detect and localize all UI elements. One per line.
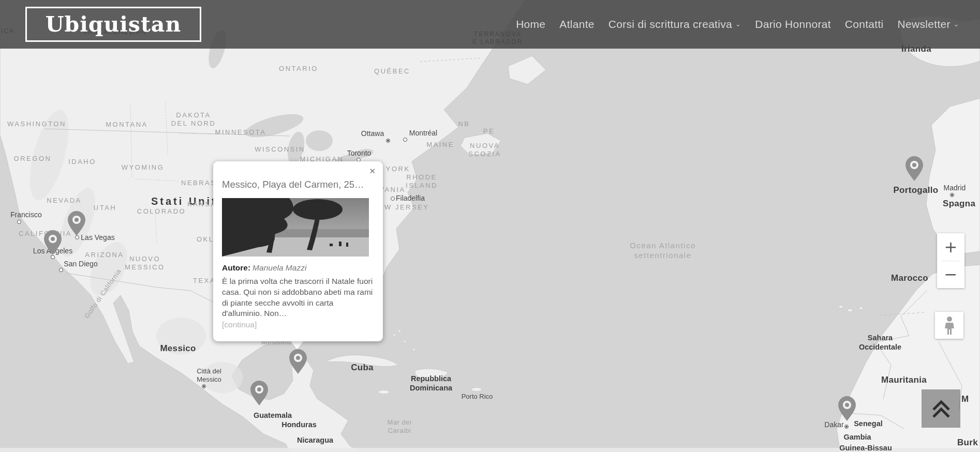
dropdown-caret-icon: ⌄ <box>954 20 959 28</box>
map-marker-portogallo[interactable] <box>903 155 925 183</box>
map-markers-layer <box>0 0 980 452</box>
map-label-qu-bec: QUÉBEC <box>374 67 410 76</box>
city-dot <box>59 268 63 272</box>
map-pin-icon <box>248 380 270 408</box>
map-label-dakota-del-nord: DAKOTA DEL NORD <box>171 111 216 128</box>
map-label-montr-al: Montréal <box>409 129 437 138</box>
map-label-ontario: ONTARIO <box>279 65 318 73</box>
map-label-ottawa: Ottawa <box>361 129 384 139</box>
infowindow-photo[interactable] <box>222 198 369 257</box>
map-label-marocco: Marocco <box>891 273 928 283</box>
map-label-pe: PE <box>483 127 495 135</box>
map-label-colorado: COLORADO <box>137 207 186 216</box>
capital-dot <box>950 193 954 197</box>
map-label-wisconsin: WISCONSIN <box>255 145 305 154</box>
map-label-nicaragua: Nicaragua <box>297 435 333 445</box>
nav-item-label: Dario Honnorat <box>755 18 831 31</box>
nav-item-atlante[interactable]: Atlante <box>559 18 594 31</box>
nav-item-label: Corsi di scrittura creativa <box>608 18 732 31</box>
main-nav: HomeAtlanteCorsi di scrittura creativa⌄D… <box>516 18 959 31</box>
map-marker-las-vegas[interactable] <box>66 210 87 238</box>
chevron-double-up-icon <box>929 398 953 419</box>
map-zoom-control: + − <box>937 233 964 288</box>
zoom-out-button[interactable]: − <box>937 261 964 289</box>
map-label-madrid: Madrid <box>944 184 966 193</box>
nav-item-newsletter[interactable]: Newsletter⌄ <box>898 18 959 31</box>
map-pin-icon <box>42 229 64 257</box>
nav-item-dario-honnorat[interactable]: Dario Honnorat <box>755 18 831 31</box>
city-dot <box>403 138 407 142</box>
capital-dot <box>386 139 390 143</box>
author-label: Autore: <box>222 263 250 272</box>
site-logo[interactable]: Ubiquistan <box>25 7 201 42</box>
map-label-nevada: NEVADA <box>47 197 82 205</box>
map-label-guinea-bissau: Guinea-Bissau <box>839 443 892 452</box>
city-dot <box>17 220 21 224</box>
map-label-arizona: ARIZONA <box>85 251 124 259</box>
nav-item-home[interactable]: Home <box>516 18 545 31</box>
map-label-senegal: Senegal <box>854 419 883 428</box>
map-canvas[interactable]: SASKATCHEWANICATERRANOVA E LABRADORONTAR… <box>0 0 980 452</box>
map-label-portogallo: Portogallo <box>893 185 938 195</box>
map-label-porto-rico: Porto Rico <box>462 393 493 401</box>
map-pin-icon <box>66 210 87 238</box>
map-marker-dakar[interactable] <box>836 395 858 423</box>
map-label-nuovo-messico: NUOVO MESSICO <box>125 255 165 272</box>
infowindow-author-line: Autore:Manuela Mazzi <box>222 263 374 273</box>
map-label-rhode-island: RHODE ISLAND <box>406 173 438 190</box>
nav-item-contatti[interactable]: Contatti <box>845 18 884 31</box>
infowindow-title: Messico, Playa del Carmen, 25… <box>222 179 374 190</box>
map-label-idaho: IDAHO <box>68 158 96 166</box>
map-label-utah: UTAH <box>94 204 116 212</box>
map-label-mar-dei-caraibi: Mar dei Caraibi <box>388 418 412 435</box>
map-label-san-diego: San Diego <box>64 260 97 269</box>
nav-item-label: Atlante <box>559 18 594 31</box>
map-label-nb: NB <box>458 120 470 128</box>
map-label-montana: MONTANA <box>106 120 148 129</box>
dropdown-caret-icon: ⌄ <box>735 20 741 28</box>
nav-item-label: Contatti <box>845 18 884 31</box>
map-pin-icon <box>287 348 309 376</box>
city-dot <box>391 197 395 201</box>
infowindow-excerpt: È la prima volta che trascorri il Natale… <box>222 276 374 319</box>
map-marker-los-angeles[interactable] <box>42 229 64 257</box>
scroll-to-top-button[interactable] <box>922 389 960 428</box>
map-label-m: M <box>961 394 969 404</box>
street-view-pegman[interactable] <box>935 312 963 339</box>
map-label-oregon: OREGON <box>14 155 52 163</box>
nav-item-corsi-di-scrittura-creativa[interactable]: Corsi di scrittura creativa⌄ <box>608 18 741 31</box>
close-icon[interactable]: ✕ <box>368 166 377 176</box>
map-label-citt-del-messico: Città del Messico <box>197 367 221 384</box>
map-label-guatemala: Guatemala <box>254 411 292 420</box>
continue-link[interactable]: [continua] <box>222 320 374 329</box>
map-label-repubblica-dominicana: Repubblica Dominicana <box>410 374 452 393</box>
author-name: Manuela Mazzi <box>253 263 306 272</box>
nav-item-label: Home <box>516 18 545 31</box>
map-label-wyoming: WYOMING <box>122 163 165 172</box>
map-label-washington: WASHINGTON <box>7 120 66 128</box>
map-label-cuba: Cuba <box>351 362 374 373</box>
capital-dot <box>844 425 849 429</box>
map-pin-icon <box>836 395 858 423</box>
map-marker-guatemala[interactable] <box>248 380 270 408</box>
map-label-toronto: Toronto <box>347 149 372 158</box>
map-pin-icon <box>903 155 925 183</box>
zoom-in-button[interactable]: + <box>937 233 964 261</box>
map-label-honduras: Honduras <box>281 420 317 429</box>
map-label-filadelfia: Filadelfia <box>396 194 425 203</box>
infowindow: ✕ Messico, Playa del Carmen, 25… <box>213 161 383 341</box>
map-label-spagna: Spagna <box>943 198 975 209</box>
map-label-maine: MAINE <box>426 141 454 149</box>
map-label-mauritania: Mauritania <box>881 374 927 385</box>
site-header: Ubiquistan HomeAtlanteCorsi di scrittura… <box>0 0 980 49</box>
map-label-gambia: Gambia <box>843 432 871 442</box>
map-label-nuova-scozia: NUOVA SCOZIA <box>468 142 501 159</box>
map-label-sahara-occidentale: Sahara Occidentale <box>859 333 901 352</box>
map-label-burk: Burk <box>957 437 978 448</box>
map-marker-playa-del-carmen[interactable] <box>287 348 309 376</box>
site-logo-text: Ubiquistan <box>46 12 181 37</box>
map-label-minnesota: MINNESOTA <box>215 128 266 137</box>
pegman-icon <box>943 316 956 335</box>
capital-dot <box>202 384 206 388</box>
nav-item-label: Newsletter <box>898 18 951 31</box>
